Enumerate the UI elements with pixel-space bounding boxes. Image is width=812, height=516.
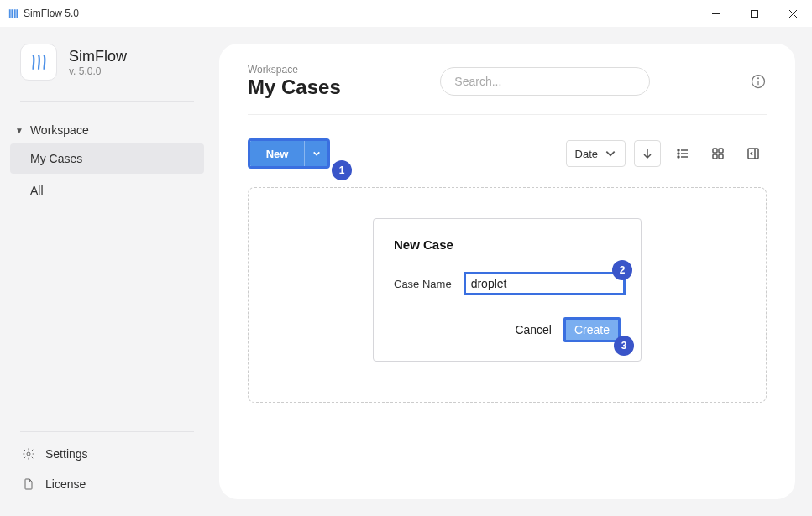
- file-icon: [22, 477, 35, 491]
- app-logo-small: ⦀⦀: [8, 7, 18, 21]
- gear-icon: [22, 447, 35, 461]
- panel-toggle-button[interactable]: [740, 140, 767, 167]
- brand-icon: [20, 44, 57, 81]
- svg-point-7: [678, 153, 679, 154]
- nav-item-my-cases[interactable]: My Cases: [10, 143, 204, 174]
- divider: [20, 431, 194, 432]
- nav-item-label: All: [30, 184, 44, 197]
- chevron-down-icon: [312, 149, 321, 158]
- new-button-dropdown[interactable]: [304, 141, 327, 166]
- callout-badge-1: 1: [332, 160, 352, 180]
- brand: SimFlow v. 5.0.0: [0, 44, 214, 94]
- view-grid-button[interactable]: [705, 140, 731, 167]
- callout-badge-3: 3: [614, 336, 634, 356]
- svg-rect-14: [719, 154, 723, 159]
- callout-badge-2: 2: [612, 260, 632, 280]
- sort-direction-button[interactable]: [634, 140, 661, 167]
- svg-point-1: [27, 452, 30, 456]
- svg-point-4: [758, 78, 759, 79]
- window-minimize-button[interactable]: [696, 0, 735, 27]
- nav-item-all[interactable]: All: [10, 175, 204, 206]
- info-icon[interactable]: [750, 73, 767, 90]
- svg-point-5: [678, 149, 679, 151]
- dialog-title: New Case: [394, 237, 621, 252]
- chevron-down-icon: ▼: [15, 126, 24, 135]
- window-close-button[interactable]: [773, 0, 812, 27]
- new-button-group: New: [248, 138, 330, 169]
- window-maximize-button[interactable]: [735, 0, 773, 27]
- svg-rect-12: [719, 149, 723, 153]
- brand-version: v. 5.0.0: [69, 65, 127, 77]
- search-input[interactable]: [440, 67, 650, 96]
- sidebar-license[interactable]: License: [10, 469, 204, 499]
- sidebar-settings[interactable]: Settings: [10, 439, 204, 469]
- divider: [20, 101, 194, 102]
- svg-rect-13: [713, 154, 717, 159]
- panel-icon: [747, 148, 759, 159]
- svg-point-9: [678, 156, 679, 158]
- main-card: Workspace My Cases New 1: [219, 44, 795, 499]
- workspace-label: Workspace: [248, 64, 341, 76]
- case-name-label: Case Name: [394, 278, 452, 290]
- sidebar-settings-label: Settings: [45, 447, 88, 461]
- nav-header-label: Workspace: [30, 123, 89, 137]
- sidebar-license-label: License: [45, 477, 86, 491]
- list-icon: [677, 148, 689, 159]
- view-list-button[interactable]: [669, 140, 696, 167]
- sidebar: SimFlow v. 5.0.0 ▼ Workspace My Cases Al…: [0, 27, 214, 516]
- chevron-down-icon: [605, 148, 616, 159]
- window-title: SimFlow 5.0: [24, 8, 79, 19]
- create-button[interactable]: Create: [563, 317, 621, 342]
- new-case-dialog: New Case Case Name 2 Cancel Create 3: [373, 218, 642, 362]
- new-button-label: New: [266, 148, 289, 160]
- sort-field-button[interactable]: Date: [566, 140, 626, 167]
- page-title: My Cases: [248, 76, 341, 99]
- titlebar: ⦀⦀ SimFlow 5.0: [0, 0, 812, 27]
- svg-rect-0: [751, 10, 757, 17]
- cancel-button[interactable]: Cancel: [515, 323, 552, 336]
- nav-item-label: My Cases: [30, 152, 82, 165]
- brand-name: SimFlow: [69, 48, 127, 65]
- arrow-down-icon: [642, 148, 653, 159]
- grid-icon: [712, 148, 724, 159]
- new-button[interactable]: New: [250, 141, 304, 166]
- svg-rect-11: [713, 149, 717, 153]
- case-name-input[interactable]: [464, 272, 626, 295]
- cases-dropzone: New Case Case Name 2 Cancel Create 3: [248, 187, 767, 403]
- sort-field-label: Date: [575, 148, 598, 160]
- nav-section-workspace[interactable]: ▼ Workspace: [10, 118, 204, 142]
- svg-rect-15: [748, 149, 758, 159]
